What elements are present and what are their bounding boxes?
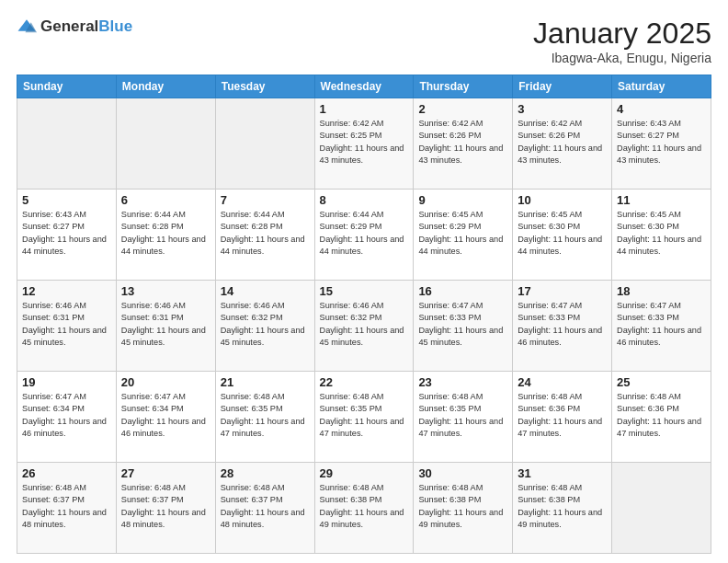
day-number: 28	[221, 466, 310, 480]
day-number: 27	[121, 466, 210, 480]
day-info: Sunrise: 6:46 AM Sunset: 6:32 PM Dayligh…	[320, 300, 409, 349]
location: Ibagwa-Aka, Enugu, Nigeria	[533, 51, 711, 65]
day-number: 2	[418, 102, 507, 116]
day-number: 10	[518, 193, 607, 207]
calendar-cell: 13Sunrise: 6:46 AM Sunset: 6:31 PM Dayli…	[116, 281, 215, 372]
day-info: Sunrise: 6:46 AM Sunset: 6:31 PM Dayligh…	[22, 300, 111, 349]
col-header-wednesday: Wednesday	[314, 75, 414, 98]
day-info: Sunrise: 6:48 AM Sunset: 6:37 PM Dayligh…	[121, 482, 210, 531]
day-info: Sunrise: 6:45 AM Sunset: 6:30 PM Dayligh…	[518, 209, 607, 258]
day-info: Sunrise: 6:47 AM Sunset: 6:34 PM Dayligh…	[22, 391, 111, 440]
day-number: 7	[221, 193, 310, 207]
col-header-sunday: Sunday	[17, 75, 117, 98]
day-info: Sunrise: 6:48 AM Sunset: 6:36 PM Dayligh…	[617, 391, 706, 440]
day-info: Sunrise: 6:48 AM Sunset: 6:38 PM Dayligh…	[418, 482, 507, 531]
calendar-cell: 17Sunrise: 6:47 AM Sunset: 6:33 PM Dayli…	[513, 281, 612, 372]
day-number: 29	[320, 466, 409, 480]
day-number: 6	[121, 193, 210, 207]
day-info: Sunrise: 6:44 AM Sunset: 6:28 PM Dayligh…	[221, 209, 310, 258]
day-info: Sunrise: 6:42 AM Sunset: 6:26 PM Dayligh…	[418, 118, 507, 167]
calendar-cell: 27Sunrise: 6:48 AM Sunset: 6:37 PM Dayli…	[116, 463, 215, 554]
calendar-table: SundayMondayTuesdayWednesdayThursdayFrid…	[17, 75, 711, 554]
calendar-header-row: SundayMondayTuesdayWednesdayThursdayFrid…	[17, 75, 711, 98]
day-number: 19	[22, 375, 111, 389]
day-info: Sunrise: 6:48 AM Sunset: 6:38 PM Dayligh…	[518, 482, 607, 531]
calendar-cell: 31Sunrise: 6:48 AM Sunset: 6:38 PM Dayli…	[513, 463, 612, 554]
calendar-week-row: 5Sunrise: 6:43 AM Sunset: 6:27 PM Daylig…	[17, 190, 711, 281]
day-info: Sunrise: 6:47 AM Sunset: 6:33 PM Dayligh…	[518, 300, 607, 349]
calendar-week-row: 12Sunrise: 6:46 AM Sunset: 6:31 PM Dayli…	[17, 281, 711, 372]
calendar-cell: 5Sunrise: 6:43 AM Sunset: 6:27 PM Daylig…	[17, 190, 117, 281]
calendar-cell: 18Sunrise: 6:47 AM Sunset: 6:33 PM Dayli…	[612, 281, 711, 372]
calendar-cell: 4Sunrise: 6:43 AM Sunset: 6:27 PM Daylig…	[612, 98, 711, 190]
day-number: 3	[518, 102, 607, 116]
day-info: Sunrise: 6:42 AM Sunset: 6:25 PM Dayligh…	[320, 118, 409, 167]
calendar-cell: 28Sunrise: 6:48 AM Sunset: 6:37 PM Dayli…	[215, 463, 314, 554]
calendar-cell: 26Sunrise: 6:48 AM Sunset: 6:37 PM Dayli…	[17, 463, 117, 554]
calendar-cell: 3Sunrise: 6:42 AM Sunset: 6:26 PM Daylig…	[513, 98, 612, 190]
day-number: 16	[418, 284, 507, 298]
calendar-cell: 1Sunrise: 6:42 AM Sunset: 6:25 PM Daylig…	[314, 98, 414, 190]
day-number: 15	[320, 284, 409, 298]
calendar-cell: 22Sunrise: 6:48 AM Sunset: 6:35 PM Dayli…	[314, 372, 414, 463]
day-info: Sunrise: 6:43 AM Sunset: 6:27 PM Dayligh…	[22, 209, 111, 258]
day-number: 13	[121, 284, 210, 298]
col-header-thursday: Thursday	[414, 75, 513, 98]
logo-blue: Blue	[98, 17, 132, 35]
day-info: Sunrise: 6:44 AM Sunset: 6:29 PM Dayligh…	[320, 209, 409, 258]
calendar-week-row: 26Sunrise: 6:48 AM Sunset: 6:37 PM Dayli…	[17, 463, 711, 554]
calendar-cell: 8Sunrise: 6:44 AM Sunset: 6:29 PM Daylig…	[314, 190, 414, 281]
day-number: 26	[22, 466, 111, 480]
calendar-cell: 14Sunrise: 6:46 AM Sunset: 6:32 PM Dayli…	[215, 281, 314, 372]
day-number: 5	[22, 193, 111, 207]
col-header-monday: Monday	[116, 75, 215, 98]
day-info: Sunrise: 6:48 AM Sunset: 6:35 PM Dayligh…	[320, 391, 409, 440]
day-number: 8	[320, 193, 409, 207]
day-number: 9	[418, 193, 507, 207]
calendar-cell: 11Sunrise: 6:45 AM Sunset: 6:30 PM Dayli…	[612, 190, 711, 281]
calendar-cell: 24Sunrise: 6:48 AM Sunset: 6:36 PM Dayli…	[513, 372, 612, 463]
month-year: January 2025	[533, 17, 711, 51]
header: GeneralBlue January 2025 Ibagwa-Aka, Enu…	[17, 17, 711, 65]
col-header-saturday: Saturday	[612, 75, 711, 98]
calendar-week-row: 19Sunrise: 6:47 AM Sunset: 6:34 PM Dayli…	[17, 372, 711, 463]
calendar-cell: 6Sunrise: 6:44 AM Sunset: 6:28 PM Daylig…	[116, 190, 215, 281]
day-info: Sunrise: 6:43 AM Sunset: 6:27 PM Dayligh…	[617, 118, 706, 167]
calendar-cell	[17, 98, 117, 190]
day-info: Sunrise: 6:48 AM Sunset: 6:37 PM Dayligh…	[22, 482, 111, 531]
calendar-cell: 16Sunrise: 6:47 AM Sunset: 6:33 PM Dayli…	[414, 281, 513, 372]
day-info: Sunrise: 6:48 AM Sunset: 6:35 PM Dayligh…	[221, 391, 310, 440]
calendar-cell: 15Sunrise: 6:46 AM Sunset: 6:32 PM Dayli…	[314, 281, 414, 372]
day-number: 21	[221, 375, 310, 389]
day-number: 12	[22, 284, 111, 298]
calendar-cell: 25Sunrise: 6:48 AM Sunset: 6:36 PM Dayli…	[612, 372, 711, 463]
calendar-cell	[116, 98, 215, 190]
day-info: Sunrise: 6:46 AM Sunset: 6:32 PM Dayligh…	[221, 300, 310, 349]
calendar-cell: 29Sunrise: 6:48 AM Sunset: 6:38 PM Dayli…	[314, 463, 414, 554]
day-number: 25	[617, 375, 706, 389]
day-info: Sunrise: 6:45 AM Sunset: 6:29 PM Dayligh…	[418, 209, 507, 258]
day-number: 18	[617, 284, 706, 298]
title-block: January 2025 Ibagwa-Aka, Enugu, Nigeria	[533, 17, 711, 65]
col-header-friday: Friday	[513, 75, 612, 98]
page: GeneralBlue January 2025 Ibagwa-Aka, Enu…	[0, 0, 728, 563]
calendar-cell: 30Sunrise: 6:48 AM Sunset: 6:38 PM Dayli…	[414, 463, 513, 554]
logo: GeneralBlue	[17, 17, 132, 37]
calendar-cell: 12Sunrise: 6:46 AM Sunset: 6:31 PM Dayli…	[17, 281, 117, 372]
calendar-cell	[215, 98, 314, 190]
day-info: Sunrise: 6:47 AM Sunset: 6:33 PM Dayligh…	[617, 300, 706, 349]
day-number: 17	[518, 284, 607, 298]
day-info: Sunrise: 6:48 AM Sunset: 6:38 PM Dayligh…	[320, 482, 409, 531]
day-number: 11	[617, 193, 706, 207]
day-number: 4	[617, 102, 706, 116]
calendar-cell: 21Sunrise: 6:48 AM Sunset: 6:35 PM Dayli…	[215, 372, 314, 463]
day-info: Sunrise: 6:47 AM Sunset: 6:34 PM Dayligh…	[121, 391, 210, 440]
day-info: Sunrise: 6:42 AM Sunset: 6:26 PM Dayligh…	[518, 118, 607, 167]
calendar-week-row: 1Sunrise: 6:42 AM Sunset: 6:25 PM Daylig…	[17, 98, 711, 190]
day-info: Sunrise: 6:48 AM Sunset: 6:35 PM Dayligh…	[418, 391, 507, 440]
day-number: 30	[418, 466, 507, 480]
day-info: Sunrise: 6:48 AM Sunset: 6:36 PM Dayligh…	[518, 391, 607, 440]
day-number: 23	[418, 375, 507, 389]
calendar-cell: 10Sunrise: 6:45 AM Sunset: 6:30 PM Dayli…	[513, 190, 612, 281]
calendar-cell: 9Sunrise: 6:45 AM Sunset: 6:29 PM Daylig…	[414, 190, 513, 281]
